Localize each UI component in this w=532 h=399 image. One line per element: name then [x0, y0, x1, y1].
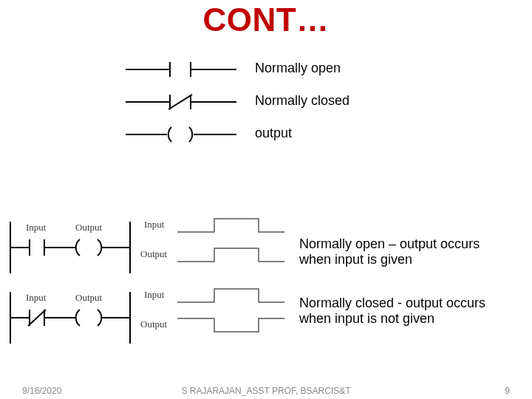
svg-line-7	[168, 95, 192, 109]
symbol-row-no	[126, 58, 236, 81]
no-label: Normally open	[255, 61, 341, 76]
nc-description: Normally closed - output occurs when inp…	[299, 296, 528, 326]
output-coil-icon	[126, 123, 236, 146]
normally-open-icon	[126, 58, 236, 81]
output-text: Output	[75, 222, 103, 233]
no-description: Normally open – output occurs when input…	[299, 236, 528, 267]
symbol-row-nc	[126, 90, 236, 114]
output-text: Output	[140, 248, 168, 259]
slide-title: CONT…	[0, 1, 532, 38]
input-text: Input	[26, 292, 47, 303]
slide: CONT… Normally open Normally closed outp…	[0, 0, 532, 399]
output-text: Output	[140, 318, 168, 330]
no-desc-line1: Normally open – output occurs	[299, 236, 480, 251]
no-desc-line2: when input is given	[299, 252, 412, 267]
output-label: output	[255, 126, 292, 141]
input-text: Input	[144, 289, 165, 300]
footer-page: 9	[505, 386, 510, 396]
timing-nc-icon: Input Output	[140, 284, 288, 344]
ladder-no-icon: Input Output	[7, 222, 133, 273]
nc-label: Normally closed	[255, 93, 349, 109]
output-text: Output	[75, 292, 103, 303]
footer-author: S RAJARAJAN_ASST PROF, BSARCIS&T	[0, 386, 532, 396]
timing-no-icon: Input Output	[140, 214, 288, 273]
svg-line-23	[28, 310, 46, 326]
nc-desc-line1: Normally closed - output occurs	[299, 296, 485, 310]
symbol-row-output	[126, 123, 236, 146]
input-text: Input	[26, 222, 47, 233]
nc-desc-line2: when input is not given	[299, 311, 434, 326]
input-text: Input	[144, 219, 165, 230]
ladder-nc-icon: Input Output	[7, 292, 133, 344]
normally-closed-icon	[126, 90, 236, 114]
